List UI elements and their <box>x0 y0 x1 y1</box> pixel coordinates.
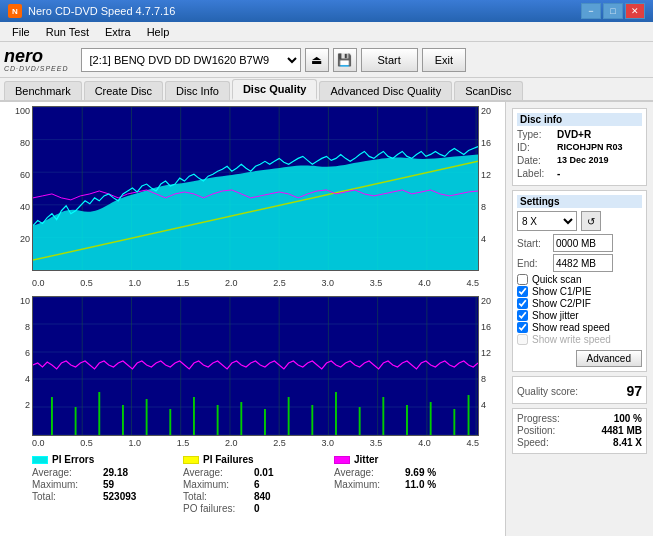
tab-disc-info[interactable]: Disc Info <box>165 81 230 100</box>
close-button[interactable]: ✕ <box>625 3 645 19</box>
y-bot-2: 2 <box>25 400 30 410</box>
pif-total-value: 840 <box>254 491 314 502</box>
top-chart-wrapper: 100 80 60 40 20 0 <box>4 106 501 276</box>
po-label: PO failures: <box>183 503 253 514</box>
disc-label-label: Label: <box>517 168 553 179</box>
pi-avg-label: Average: <box>32 467 102 478</box>
minimize-button[interactable]: − <box>581 3 601 19</box>
tab-create-disc[interactable]: Create Disc <box>84 81 163 100</box>
quick-scan-label[interactable]: Quick scan <box>532 274 581 285</box>
show-jitter-label[interactable]: Show jitter <box>532 310 579 321</box>
quick-scan-row: Quick scan <box>517 274 642 285</box>
top-chart <box>32 106 479 271</box>
tab-benchmark[interactable]: Benchmark <box>4 81 82 100</box>
disc-date-label: Date: <box>517 155 553 166</box>
save-icon-button[interactable]: 💾 <box>333 48 357 72</box>
pi-max-label: Maximum: <box>32 479 102 490</box>
settings-panel: Settings 8 X ↺ Start: End: Quick scan <box>512 190 647 372</box>
jitter-max-label: Maximum: <box>334 479 404 490</box>
app-icon: N <box>8 4 22 18</box>
title-bar: N Nero CD-DVD Speed 4.7.7.16 − □ ✕ <box>0 0 653 22</box>
logo-cdspeed: CD·DVD/SPEED <box>4 65 69 72</box>
show-c1-label[interactable]: Show C1/PIE <box>532 286 591 297</box>
logo: nero CD·DVD/SPEED <box>4 47 69 72</box>
eject-icon-button[interactable]: ⏏ <box>305 48 329 72</box>
jitter-color <box>334 456 350 464</box>
y-right-bot-4: 4 <box>481 400 486 410</box>
menu-file[interactable]: File <box>4 24 38 40</box>
y-bot-8: 8 <box>25 322 30 332</box>
top-x-axis: 0.0 0.5 1.0 1.5 2.0 2.5 3.0 3.5 4.0 4.5 <box>4 278 501 288</box>
end-mb-label: End: <box>517 258 549 269</box>
exit-button[interactable]: Exit <box>422 48 466 72</box>
advanced-button[interactable]: Advanced <box>576 350 642 367</box>
speed-selector[interactable]: 8 X <box>517 211 577 231</box>
position-row: Position: 4481 MB <box>517 425 642 436</box>
show-write-checkbox[interactable] <box>517 334 528 345</box>
quality-score-value: 97 <box>626 383 642 399</box>
chart-area: 100 80 60 40 20 0 <box>0 102 505 536</box>
pi-total-label: Total: <box>32 491 102 502</box>
show-c2-row: Show C2/PIF <box>517 298 642 309</box>
quality-panel: Quality score: 97 <box>512 376 647 404</box>
bottom-x-axis: 0.0 0.5 1.0 1.5 2.0 2.5 3.0 3.5 4.0 4.5 <box>4 438 501 448</box>
speed-label: Speed: <box>517 437 549 448</box>
show-c2-checkbox[interactable] <box>517 298 528 309</box>
y-right-top-16: 16 <box>481 138 491 148</box>
disc-id-label: ID: <box>517 142 553 153</box>
drive-selector[interactable]: [2:1] BENQ DVD DD DW1620 B7W9 <box>81 48 301 72</box>
top-chart-svg <box>33 107 478 270</box>
tab-scandisc[interactable]: ScanDisc <box>454 81 522 100</box>
po-value: 0 <box>254 503 314 514</box>
menu-extra[interactable]: Extra <box>97 24 139 40</box>
top-y-axis-left: 100 80 60 40 20 0 <box>4 106 32 276</box>
show-write-row: Show write speed <box>517 334 642 345</box>
quick-scan-checkbox[interactable] <box>517 274 528 285</box>
quality-score-label: Quality score: <box>517 386 578 397</box>
show-write-label: Show write speed <box>532 334 611 345</box>
bottom-chart-svg <box>33 297 478 435</box>
y-bot-6: 6 <box>25 348 30 358</box>
refresh-button[interactable]: ↺ <box>581 211 601 231</box>
y-right-top-4: 4 <box>481 234 486 244</box>
y-bot-10: 10 <box>20 296 30 306</box>
speed-row: Speed: 8.41 X <box>517 437 642 448</box>
pif-total-label: Total: <box>183 491 253 502</box>
disc-id-value: RICOHJPN R03 <box>557 142 623 153</box>
bottom-y-axis-left: 10 8 6 4 2 0 <box>4 296 32 436</box>
end-mb-input[interactable] <box>553 254 613 272</box>
pif-avg-value: 0.01 <box>254 467 314 478</box>
maximize-button[interactable]: □ <box>603 3 623 19</box>
y-top-60: 60 <box>20 170 30 180</box>
title-bar-controls[interactable]: − □ ✕ <box>581 3 645 19</box>
position-value: 4481 MB <box>601 425 642 436</box>
tab-advanced-disc-quality[interactable]: Advanced Disc Quality <box>319 81 452 100</box>
show-read-checkbox[interactable] <box>517 322 528 333</box>
y-right-top-20: 20 <box>481 106 491 116</box>
show-jitter-checkbox[interactable] <box>517 310 528 321</box>
y-right-bot-16: 16 <box>481 322 491 332</box>
menu-run-test[interactable]: Run Test <box>38 24 97 40</box>
pi-failures-color <box>183 456 199 464</box>
show-c1-checkbox[interactable] <box>517 286 528 297</box>
pi-total-value: 523093 <box>103 491 163 502</box>
start-mb-input[interactable] <box>553 234 613 252</box>
tab-disc-quality[interactable]: Disc Quality <box>232 79 318 100</box>
show-read-label[interactable]: Show read speed <box>532 322 610 333</box>
menu-help[interactable]: Help <box>139 24 178 40</box>
legend-pi-errors: PI Errors Average: 29.18 Maximum: 59 Tot… <box>32 454 163 514</box>
disc-date-row: Date: 13 Dec 2019 <box>517 155 642 166</box>
progress-panel: Progress: 100 % Position: 4481 MB Speed:… <box>512 408 647 454</box>
title-bar-left: N Nero CD-DVD Speed 4.7.7.16 <box>8 4 175 18</box>
y-right-bot-12: 12 <box>481 348 491 358</box>
pi-failures-label: PI Failures <box>203 454 254 465</box>
menu-bar: File Run Test Extra Help <box>0 22 653 42</box>
advanced-button-row: Advanced <box>517 348 642 367</box>
show-c2-label[interactable]: Show C2/PIF <box>532 298 591 309</box>
speed-row: 8 X ↺ <box>517 211 642 231</box>
jitter-max-value: 11.0 % <box>405 479 465 490</box>
start-button[interactable]: Start <box>361 48 418 72</box>
disc-type-row: Type: DVD+R <box>517 129 642 140</box>
show-c1-row: Show C1/PIE <box>517 286 642 297</box>
toolbar: nero CD·DVD/SPEED [2:1] BENQ DVD DD DW16… <box>0 42 653 78</box>
